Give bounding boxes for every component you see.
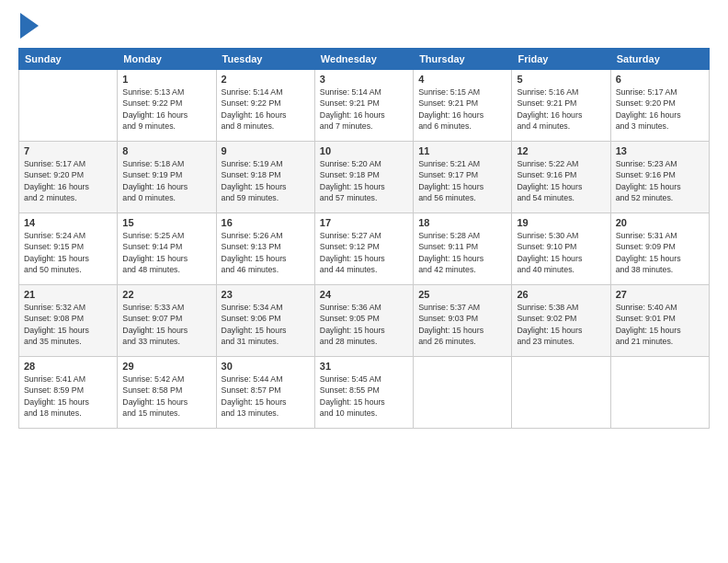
day-info: Sunrise: 5:31 AM Sunset: 9:09 PM Dayligh… <box>616 230 704 275</box>
day-info: Sunrise: 5:17 AM Sunset: 9:20 PM Dayligh… <box>24 158 112 203</box>
logo-icon <box>20 13 39 39</box>
day-info: Sunrise: 5:33 AM Sunset: 9:07 PM Dayligh… <box>122 302 210 347</box>
weekday-header-row: SundayMondayTuesdayWednesdayThursdayFrid… <box>19 49 710 70</box>
week-row-5: 28Sunrise: 5:41 AM Sunset: 8:59 PM Dayli… <box>19 357 710 429</box>
day-number: 6 <box>616 74 704 85</box>
calendar-cell: 20Sunrise: 5:31 AM Sunset: 9:09 PM Dayli… <box>610 213 709 285</box>
calendar-cell: 24Sunrise: 5:36 AM Sunset: 9:05 PM Dayli… <box>314 285 413 357</box>
day-number: 13 <box>616 145 704 156</box>
day-info: Sunrise: 5:14 AM Sunset: 9:22 PM Dayligh… <box>222 86 310 132</box>
day-info: Sunrise: 5:44 AM Sunset: 8:57 PM Dayligh… <box>222 373 310 419</box>
weekday-header-friday: Friday <box>512 49 610 70</box>
calendar-cell: 19Sunrise: 5:30 AM Sunset: 9:10 PM Dayli… <box>512 213 610 285</box>
day-info: Sunrise: 5:38 AM Sunset: 9:02 PM Dayligh… <box>517 302 605 347</box>
day-info: Sunrise: 5:37 AM Sunset: 9:03 PM Dayligh… <box>418 302 506 347</box>
calendar-cell <box>414 357 512 429</box>
calendar-cell: 21Sunrise: 5:32 AM Sunset: 9:08 PM Dayli… <box>19 285 118 357</box>
day-number: 12 <box>517 145 605 156</box>
day-number: 1 <box>122 74 210 85</box>
header <box>18 17 710 39</box>
day-info: Sunrise: 5:34 AM Sunset: 9:06 PM Dayligh… <box>222 302 310 347</box>
weekday-header-tuesday: Tuesday <box>216 49 314 70</box>
day-info: Sunrise: 5:26 AM Sunset: 9:13 PM Dayligh… <box>222 230 310 275</box>
day-info: Sunrise: 5:41 AM Sunset: 8:59 PM Dayligh… <box>24 373 112 419</box>
day-number: 11 <box>418 145 506 156</box>
calendar-cell: 4Sunrise: 5:15 AM Sunset: 9:21 PM Daylig… <box>414 70 512 142</box>
day-info: Sunrise: 5:22 AM Sunset: 9:16 PM Dayligh… <box>517 158 605 203</box>
calendar-cell: 12Sunrise: 5:22 AM Sunset: 9:16 PM Dayli… <box>512 142 610 213</box>
calendar-cell: 6Sunrise: 5:17 AM Sunset: 9:20 PM Daylig… <box>610 70 709 142</box>
calendar-cell: 1Sunrise: 5:13 AM Sunset: 9:22 PM Daylig… <box>118 70 216 142</box>
day-info: Sunrise: 5:17 AM Sunset: 9:20 PM Dayligh… <box>616 86 704 132</box>
day-info: Sunrise: 5:24 AM Sunset: 9:15 PM Dayligh… <box>24 230 112 275</box>
day-number: 10 <box>320 145 408 156</box>
day-number: 30 <box>222 361 310 372</box>
calendar-cell: 8Sunrise: 5:18 AM Sunset: 9:19 PM Daylig… <box>118 142 216 213</box>
day-info: Sunrise: 5:36 AM Sunset: 9:05 PM Dayligh… <box>320 302 408 347</box>
calendar-cell: 31Sunrise: 5:45 AM Sunset: 8:55 PM Dayli… <box>314 357 413 429</box>
week-row-1: 1Sunrise: 5:13 AM Sunset: 9:22 PM Daylig… <box>19 70 710 142</box>
weekday-header-saturday: Saturday <box>610 49 709 70</box>
calendar-cell: 27Sunrise: 5:40 AM Sunset: 9:01 PM Dayli… <box>610 285 709 357</box>
calendar-cell <box>610 357 709 429</box>
day-info: Sunrise: 5:42 AM Sunset: 8:58 PM Dayligh… <box>122 373 210 419</box>
weekday-header-sunday: Sunday <box>19 49 118 70</box>
day-number: 17 <box>320 217 408 228</box>
day-info: Sunrise: 5:20 AM Sunset: 9:18 PM Dayligh… <box>320 158 408 203</box>
week-row-3: 14Sunrise: 5:24 AM Sunset: 9:15 PM Dayli… <box>19 213 710 285</box>
day-number: 22 <box>122 289 210 300</box>
day-info: Sunrise: 5:19 AM Sunset: 9:18 PM Dayligh… <box>222 158 310 203</box>
calendar-cell: 15Sunrise: 5:25 AM Sunset: 9:14 PM Dayli… <box>118 213 216 285</box>
day-info: Sunrise: 5:15 AM Sunset: 9:21 PM Dayligh… <box>418 86 506 132</box>
calendar-cell: 10Sunrise: 5:20 AM Sunset: 9:18 PM Dayli… <box>314 142 413 213</box>
day-number: 29 <box>122 361 210 372</box>
day-number: 28 <box>24 361 112 372</box>
calendar-cell: 26Sunrise: 5:38 AM Sunset: 9:02 PM Dayli… <box>512 285 610 357</box>
calendar-cell: 11Sunrise: 5:21 AM Sunset: 9:17 PM Dayli… <box>414 142 512 213</box>
day-number: 5 <box>517 74 605 85</box>
day-info: Sunrise: 5:30 AM Sunset: 9:10 PM Dayligh… <box>517 230 605 275</box>
day-number: 7 <box>24 145 112 156</box>
calendar-cell: 22Sunrise: 5:33 AM Sunset: 9:07 PM Dayli… <box>118 285 216 357</box>
day-info: Sunrise: 5:16 AM Sunset: 9:21 PM Dayligh… <box>517 86 605 132</box>
day-number: 9 <box>222 145 310 156</box>
calendar-cell: 23Sunrise: 5:34 AM Sunset: 9:06 PM Dayli… <box>216 285 314 357</box>
calendar-page: SundayMondayTuesdayWednesdayThursdayFrid… <box>0 0 728 563</box>
week-row-4: 21Sunrise: 5:32 AM Sunset: 9:08 PM Dayli… <box>19 285 710 357</box>
calendar-cell: 16Sunrise: 5:26 AM Sunset: 9:13 PM Dayli… <box>216 213 314 285</box>
day-info: Sunrise: 5:27 AM Sunset: 9:12 PM Dayligh… <box>320 230 408 275</box>
calendar-cell: 25Sunrise: 5:37 AM Sunset: 9:03 PM Dayli… <box>414 285 512 357</box>
day-number: 16 <box>222 217 310 228</box>
day-number: 20 <box>616 217 704 228</box>
day-number: 14 <box>24 217 112 228</box>
svg-marker-0 <box>20 13 39 39</box>
calendar-cell: 13Sunrise: 5:23 AM Sunset: 9:16 PM Dayli… <box>610 142 709 213</box>
day-info: Sunrise: 5:18 AM Sunset: 9:19 PM Dayligh… <box>122 158 210 203</box>
day-number: 2 <box>222 74 310 85</box>
day-info: Sunrise: 5:23 AM Sunset: 9:16 PM Dayligh… <box>616 158 704 203</box>
day-number: 4 <box>418 74 506 85</box>
calendar-cell: 7Sunrise: 5:17 AM Sunset: 9:20 PM Daylig… <box>19 142 118 213</box>
day-number: 24 <box>320 289 408 300</box>
day-info: Sunrise: 5:28 AM Sunset: 9:11 PM Dayligh… <box>418 230 506 275</box>
day-info: Sunrise: 5:25 AM Sunset: 9:14 PM Dayligh… <box>122 230 210 275</box>
day-number: 8 <box>122 145 210 156</box>
calendar-cell: 2Sunrise: 5:14 AM Sunset: 9:22 PM Daylig… <box>216 70 314 142</box>
day-number: 15 <box>122 217 210 228</box>
day-number: 18 <box>418 217 506 228</box>
calendar-cell <box>512 357 610 429</box>
day-info: Sunrise: 5:45 AM Sunset: 8:55 PM Dayligh… <box>320 373 408 419</box>
day-info: Sunrise: 5:14 AM Sunset: 9:21 PM Dayligh… <box>320 86 408 132</box>
day-info: Sunrise: 5:13 AM Sunset: 9:22 PM Dayligh… <box>122 86 210 132</box>
day-number: 27 <box>616 289 704 300</box>
weekday-header-thursday: Thursday <box>414 49 512 70</box>
day-info: Sunrise: 5:32 AM Sunset: 9:08 PM Dayligh… <box>24 302 112 347</box>
calendar-cell <box>19 70 118 142</box>
day-number: 23 <box>222 289 310 300</box>
calendar-cell: 5Sunrise: 5:16 AM Sunset: 9:21 PM Daylig… <box>512 70 610 142</box>
calendar-cell: 28Sunrise: 5:41 AM Sunset: 8:59 PM Dayli… <box>19 357 118 429</box>
calendar-cell: 17Sunrise: 5:27 AM Sunset: 9:12 PM Dayli… <box>314 213 413 285</box>
day-info: Sunrise: 5:21 AM Sunset: 9:17 PM Dayligh… <box>418 158 506 203</box>
calendar-cell: 3Sunrise: 5:14 AM Sunset: 9:21 PM Daylig… <box>314 70 413 142</box>
logo <box>18 17 39 39</box>
